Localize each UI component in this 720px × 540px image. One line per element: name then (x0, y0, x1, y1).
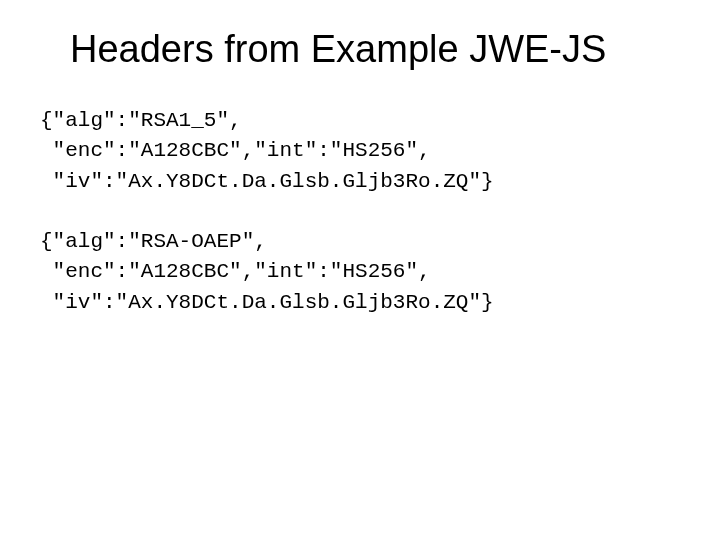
code-line: {"alg":"RSA1_5", (40, 109, 242, 132)
code-block-1: {"alg":"RSA1_5", "enc":"A128CBC","int":"… (40, 106, 680, 197)
code-block-2: {"alg":"RSA-OAEP", "enc":"A128CBC","int"… (40, 227, 680, 318)
slide-title: Headers from Example JWE-JS (70, 28, 680, 72)
slide: Headers from Example JWE-JS {"alg":"RSA1… (0, 0, 720, 540)
code-line: "iv":"Ax.Y8DCt.Da.Glsb.Gljb3Ro.ZQ"} (40, 291, 494, 314)
code-line: "enc":"A128CBC","int":"HS256", (40, 139, 431, 162)
code-line: {"alg":"RSA-OAEP", (40, 230, 267, 253)
code-line: "enc":"A128CBC","int":"HS256", (40, 260, 431, 283)
code-line: "iv":"Ax.Y8DCt.Da.Glsb.Gljb3Ro.ZQ"} (40, 170, 494, 193)
